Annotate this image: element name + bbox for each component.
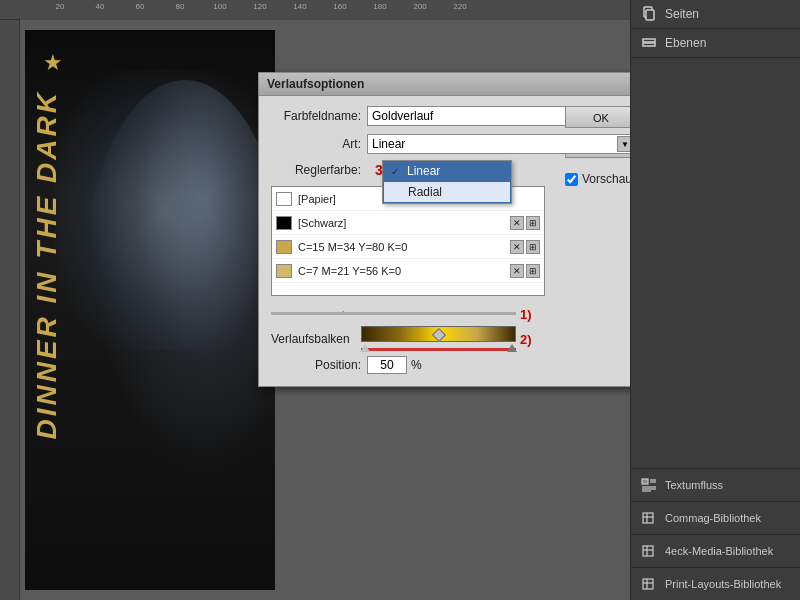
vorschau-checkbox[interactable] — [565, 173, 578, 186]
verlaufsoptionen-dialog: Verlaufsoptionen OK Abbrechen Vorschau F… — [258, 72, 648, 387]
media-label: 4eck-Media-Bibliothek — [665, 545, 773, 557]
list-item[interactable]: [Schwarz] ✕ ⊞ — [272, 211, 544, 235]
panel-seiten[interactable]: Seiten — [631, 0, 800, 29]
verlaufsbalken-label: Verlaufsbalken — [271, 332, 361, 346]
tick-60: 60 — [136, 2, 145, 11]
dropdown-item-radial[interactable]: Radial — [383, 181, 511, 203]
poster: ★ DINNER IN THE DARK — [25, 30, 275, 590]
position-row: Position: % — [271, 356, 635, 374]
gradient-arrow-row: 1) — [271, 306, 545, 322]
svg-rect-1 — [646, 10, 654, 20]
svg-rect-16 — [643, 579, 653, 589]
print-icon — [639, 576, 659, 592]
ebenen-icon — [639, 35, 659, 51]
gradient-thumb-diamond[interactable] — [431, 328, 445, 342]
c15-action-grid[interactable]: ⊞ — [526, 240, 540, 254]
position-label: Position: — [271, 358, 361, 372]
verlaufsbalken-row: Verlaufsbalken 2) — [271, 326, 545, 352]
ruler-ticks: 20 40 60 80 100 120 140 160 180 200 220 — [20, 0, 630, 20]
panel-commag[interactable]: Commag-Bibliothek — [631, 501, 800, 534]
verlaufsbalken-gradient — [361, 326, 516, 342]
c7-action-grid[interactable]: ⊞ — [526, 264, 540, 278]
tick-200: 200 — [413, 2, 426, 11]
art-select[interactable]: Linear Radial — [367, 134, 635, 154]
art-label: Art: — [271, 137, 361, 151]
dialog-title: Verlaufsoptionen — [267, 77, 364, 91]
verlaufsbalken-bottom-track — [361, 344, 516, 352]
verlaufsbalken-thumb-right[interactable] — [507, 344, 517, 352]
verlaufsbalken-red-track — [361, 348, 516, 351]
panel-media[interactable]: 4eck-Media-Bibliothek — [631, 534, 800, 567]
svg-rect-10 — [643, 513, 653, 523]
schwarz-action-grid[interactable]: ⊞ — [526, 216, 540, 230]
seiten-label: Seiten — [665, 7, 699, 21]
list-item[interactable]: C=15 M=34 Y=80 K=0 ✕ ⊞ — [272, 235, 544, 259]
right-panel: Seiten Ebenen Textumfluss — [630, 0, 800, 600]
tick-120: 120 — [253, 2, 266, 11]
svg-rect-2 — [643, 39, 655, 42]
ok-button[interactable]: OK — [565, 106, 637, 128]
verlaufsbalken-thumb-left[interactable] — [360, 344, 370, 352]
reglerfarbe-label: Reglerfarbe: — [271, 163, 361, 177]
schwarz-swatch — [276, 216, 292, 230]
commag-label: Commag-Bibliothek — [665, 512, 761, 524]
dropdown-item-linear[interactable]: ✓ Linear — [383, 161, 511, 181]
schwarz-name: [Schwarz] — [298, 217, 510, 229]
svg-rect-4 — [642, 479, 648, 484]
art-select-wrapper: Linear Radial ▼ — [367, 134, 635, 154]
c15-name: C=15 M=34 Y=80 K=0 — [298, 241, 510, 253]
ruler-left — [0, 20, 20, 600]
position-unit: % — [411, 358, 422, 372]
svg-rect-3 — [643, 43, 655, 46]
annotation-1: 1) — [520, 307, 545, 322]
schwarz-action-x[interactable]: ✕ — [510, 216, 524, 230]
art-row: Art: Linear Radial ▼ — [271, 134, 635, 154]
art-dropdown-popup: ✓ Linear Radial — [382, 160, 512, 204]
farbfeldname-label: Farbfeldname: — [271, 109, 361, 123]
c15-swatch — [276, 240, 292, 254]
verlaufsbalken-container — [361, 326, 516, 352]
tick-180: 180 — [373, 2, 386, 11]
gradient-arrow-container — [271, 306, 516, 322]
poster-title: DINNER IN THE DARK — [33, 90, 61, 440]
arrow-track — [271, 312, 516, 315]
panel-bottom: Textumfluss Commag-Bibliothek 4eck-Med — [631, 468, 800, 600]
media-icon — [639, 543, 659, 559]
c7-actions: ✕ ⊞ — [510, 264, 540, 278]
textumfluss-label: Textumfluss — [665, 479, 723, 491]
c7-action-x[interactable]: ✕ — [510, 264, 524, 278]
tick-80: 80 — [176, 2, 185, 11]
vorschau-label: Vorschau — [582, 172, 632, 186]
papier-swatch — [276, 192, 292, 206]
ebenen-label: Ebenen — [665, 36, 706, 50]
position-input[interactable] — [367, 356, 407, 374]
dropdown-radial-label: Radial — [408, 185, 442, 199]
tick-100: 100 — [213, 2, 226, 11]
c15-action-x[interactable]: ✕ — [510, 240, 524, 254]
c15-actions: ✕ ⊞ — [510, 240, 540, 254]
tick-40: 40 — [96, 2, 105, 11]
tick-140: 140 — [293, 2, 306, 11]
panel-ebenen[interactable]: Ebenen — [631, 29, 800, 58]
panel-textumfluss[interactable]: Textumfluss — [631, 468, 800, 501]
tick-220: 220 — [453, 2, 466, 11]
checkmark-icon: ✓ — [391, 166, 405, 177]
vorschau-row: Vorschau — [565, 172, 637, 186]
annotation-2: 2) — [520, 332, 545, 347]
poster-splash-decoration — [55, 70, 275, 350]
seiten-icon — [639, 6, 659, 22]
c7-name: C=7 M=21 Y=56 K=0 — [298, 265, 510, 277]
panel-print[interactable]: Print-Layouts-Bibliothek — [631, 567, 800, 600]
c7-swatch — [276, 264, 292, 278]
textumfluss-icon — [639, 477, 659, 493]
list-item[interactable]: C=7 M=21 Y=56 K=0 ✕ ⊞ — [272, 259, 544, 283]
tick-20: 20 — [56, 2, 65, 11]
dropdown-linear-label: Linear — [407, 164, 440, 178]
commag-icon — [639, 510, 659, 526]
print-label: Print-Layouts-Bibliothek — [665, 578, 781, 590]
svg-rect-13 — [643, 546, 653, 556]
dialog-titlebar: Verlaufsoptionen — [259, 73, 647, 96]
tick-160: 160 — [333, 2, 346, 11]
schwarz-actions: ✕ ⊞ — [510, 216, 540, 230]
